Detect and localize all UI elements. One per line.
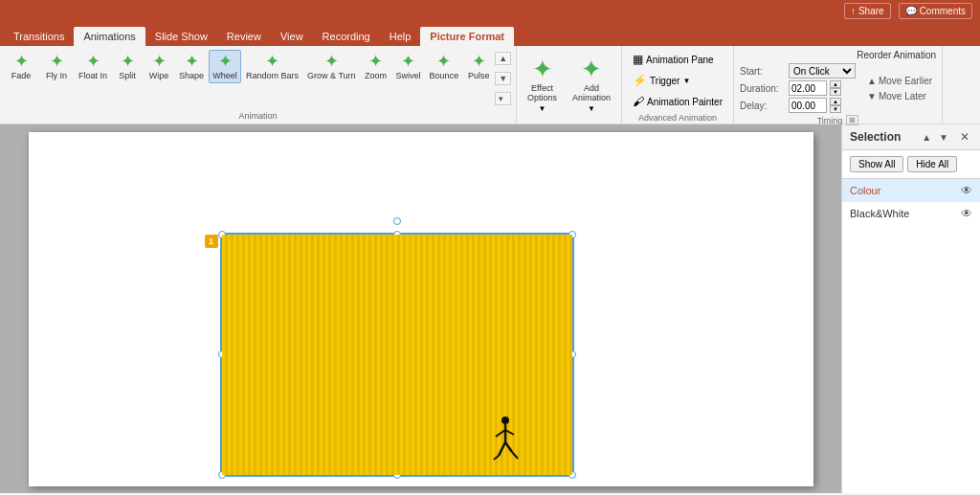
svg-line-9 [494, 456, 499, 460]
animation-painter-btn[interactable]: 🖌 Animation Painter [628, 92, 727, 111]
slide-canvas: 1 [29, 132, 813, 486]
comments-icon: 💬 [905, 6, 917, 16]
wipe-icon: ✦ [152, 53, 167, 70]
move-later-icon: ▼ [867, 91, 877, 101]
timing-group-label: Timing [817, 116, 843, 125]
panel-header: Selection ▲ ▼ ✕ [842, 124, 980, 150]
animation-painter-icon: 🖌 [633, 95, 644, 108]
panel-close-btn[interactable]: ✕ [957, 129, 972, 145]
panel-title: Selection [850, 130, 901, 144]
zoom-icon: ✦ [368, 53, 383, 70]
walking-figure [491, 416, 520, 463]
tab-transitions[interactable]: Transitions [4, 27, 74, 46]
hide-all-btn[interactable]: Hide All [907, 156, 957, 172]
start-select[interactable]: On Click With Previous After Previous [789, 63, 856, 79]
flyin-icon: ✦ [50, 53, 64, 70]
floatin-icon: ✦ [86, 53, 100, 70]
anim-growturn-btn[interactable]: ✦ Grow & Turn [303, 50, 360, 83]
randombars-icon: ✦ [265, 53, 279, 70]
tab-slideshow[interactable]: Slide Show [145, 27, 217, 46]
anim-swivel-btn[interactable]: ✦ Swivel [392, 50, 425, 83]
panel-item-bw-eye[interactable]: 👁 [961, 207, 972, 220]
selected-image-container[interactable]: 1 [220, 233, 574, 477]
duration-input[interactable] [789, 80, 827, 96]
panel-item-bw-name: Black&White [850, 208, 909, 219]
svg-line-7 [499, 442, 505, 456]
anim-scroll-down-btn[interactable]: ▼ [495, 72, 511, 85]
panel-item-colour[interactable]: Colour 👁 [842, 179, 980, 202]
move-earlier-icon: ▲ [867, 76, 877, 86]
share-button[interactable]: ↑ Share [844, 3, 891, 19]
effect-options-icon: ✦ [532, 56, 553, 81]
tab-animations[interactable]: Animations [74, 27, 145, 46]
anim-flyin-btn[interactable]: ✦ Fly In [39, 50, 74, 83]
svg-line-6 [505, 430, 514, 435]
growturn-icon: ✦ [324, 53, 339, 70]
tab-review[interactable]: Review [217, 27, 271, 46]
add-animation-btn[interactable]: ✦ AddAnimation ▼ [566, 52, 617, 118]
bounce-icon: ✦ [436, 53, 451, 70]
fade-icon: ✦ [14, 53, 29, 70]
panel-item-bw[interactable]: Black&White 👁 [842, 202, 980, 225]
anim-pulse-btn[interactable]: ✦ Pulse [463, 50, 494, 83]
tab-help[interactable]: Help [380, 27, 421, 46]
svg-line-8 [505, 442, 512, 452]
trigger-icon: ⚡ [633, 74, 647, 87]
anim-scroll-more-btn[interactable]: ▾ [495, 92, 511, 105]
duration-label: Duration: [740, 83, 786, 94]
reorder-animation-label: Reorder Animation [857, 50, 936, 60]
effect-options-arrow: ▼ [539, 104, 546, 113]
add-animation-icon: ✦ [581, 56, 602, 81]
tab-view[interactable]: View [271, 27, 313, 46]
svg-point-3 [501, 416, 509, 424]
timing-expand-btn[interactable]: ⊞ [846, 115, 858, 125]
anim-split-btn[interactable]: ✦ Split [112, 50, 143, 83]
panel-item-colour-eye[interactable]: 👁 [961, 184, 972, 197]
svg-rect-2 [222, 235, 572, 475]
move-later-btn[interactable]: ▼ Move Later [863, 90, 936, 102]
rotate-handle[interactable] [393, 217, 401, 225]
yellow-photo [222, 235, 572, 475]
anim-fade-btn[interactable]: ✦ Fade [4, 50, 38, 83]
duration-up-btn[interactable]: ▲ [830, 80, 841, 88]
split-icon: ✦ [121, 53, 135, 70]
share-icon: ↑ [851, 6, 856, 16]
panel-item-colour-name: Colour [850, 185, 880, 196]
add-animation-arrow: ▼ [588, 104, 595, 113]
pulse-icon: ✦ [472, 53, 486, 70]
show-all-btn[interactable]: Show All [850, 156, 903, 172]
animation-group-label: Animation [2, 111, 514, 124]
animation-pane-btn[interactable]: ▦ Animation Pane [628, 50, 727, 69]
anim-shape-btn[interactable]: ✦ Shape [175, 50, 208, 83]
svg-line-5 [496, 430, 505, 437]
effect-options-btn[interactable]: ✦ EffectOptions ▼ [521, 52, 564, 118]
shape-icon: ✦ [185, 53, 199, 70]
move-earlier-btn[interactable]: ▲ Move Earlier [863, 75, 936, 87]
anim-zoom-btn[interactable]: ✦ Zoom [361, 50, 391, 83]
delay-down-btn[interactable]: ▼ [830, 105, 841, 113]
trigger-btn[interactable]: ⚡ Trigger ▼ [628, 71, 727, 90]
duration-down-btn[interactable]: ▼ [830, 88, 841, 96]
anim-wheel-btn[interactable]: ✦ Wheel [209, 50, 241, 83]
comments-button[interactable]: 💬 Comments [899, 3, 972, 19]
anim-scroll-up-btn[interactable]: ▲ [495, 52, 511, 65]
swivel-icon: ✦ [401, 53, 415, 70]
svg-line-10 [512, 452, 518, 459]
anim-wipe-btn[interactable]: ✦ Wipe [144, 50, 174, 83]
panel-item-list: Colour 👁 Black&White 👁 [842, 179, 980, 493]
anim-randombars-btn[interactable]: ✦ Random Bars [242, 50, 302, 83]
delay-up-btn[interactable]: ▲ [830, 98, 841, 105]
delay-label: Delay: [740, 101, 786, 111]
tab-recording[interactable]: Recording [313, 27, 380, 46]
anim-floatin-btn[interactable]: ✦ Float In [75, 50, 111, 83]
tab-picture-format[interactable]: Picture Format [420, 27, 514, 46]
selection-panel: Selection ▲ ▼ ✕ Show All Hide All Colour… [841, 124, 980, 493]
delay-input[interactable] [789, 98, 827, 113]
wheel-icon: ✦ [218, 53, 233, 70]
animation-pane-icon: ▦ [633, 53, 643, 66]
panel-scroll-up-btn[interactable]: ▲ [919, 131, 934, 144]
panel-scroll-down-btn[interactable]: ▼ [936, 131, 951, 144]
anim-bounce-btn[interactable]: ✦ Bounce [426, 50, 463, 83]
start-label: Start: [740, 66, 786, 77]
animation-badge: 1 [205, 235, 218, 248]
